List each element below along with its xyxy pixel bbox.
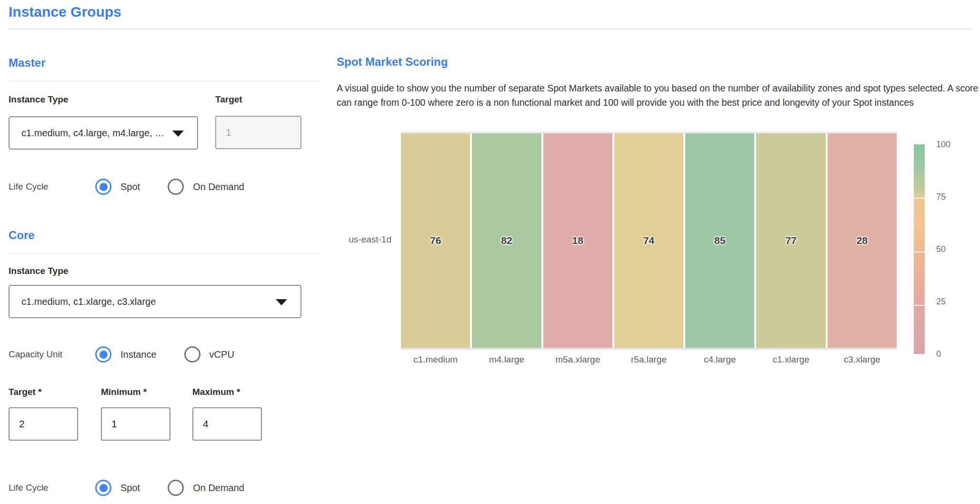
heatmap-cell-value: 28 — [857, 235, 868, 246]
master-instance-type-label: Instance Type — [9, 94, 68, 105]
heatmap-column-label: m4.large — [472, 354, 541, 365]
core-minimum-value: 1 — [111, 418, 117, 430]
core-life-cycle-option-on-demand[interactable]: On Demand — [168, 480, 244, 496]
core-target-value: 2 — [19, 418, 25, 430]
colorbar-tick-label: 100 — [936, 140, 950, 150]
radio-icon[interactable] — [184, 346, 200, 363]
master-target-input: 1 — [215, 116, 301, 149]
colorbar-tick-label: 0 — [936, 349, 941, 359]
core-life-cycle-option-spot[interactable]: Spot — [95, 480, 140, 496]
chevron-down-icon — [276, 299, 287, 305]
instance-groups-page: Instance Groups Master Instance Type c1.… — [0, 0, 980, 504]
radio-option-label: On Demand — [193, 181, 244, 192]
master-instance-type-select[interactable]: c1.medium, c4.large, m4.large, … — [9, 116, 198, 150]
master-divider — [9, 81, 320, 81]
heatmap-column-labels: c1.mediumm4.largem5a.xlarger5a.largec4.l… — [401, 354, 897, 365]
core-divider — [9, 253, 320, 254]
heatmap-cell-value: 18 — [572, 235, 583, 246]
heatmap-cell: 85 — [685, 133, 754, 348]
core-section-title: Core — [9, 229, 35, 242]
spot-market-scoring-title: Spot Market Scoring — [337, 55, 448, 69]
master-life-cycle-option-spot[interactable]: Spot — [95, 179, 140, 195]
heatmap-column-label: r5a.large — [614, 354, 683, 365]
radio-icon[interactable] — [95, 346, 111, 363]
core-maximum-label: Maximum * — [192, 387, 240, 397]
header-divider — [9, 29, 971, 30]
master-instance-type-value: c1.medium, c4.large, m4.large, … — [21, 128, 164, 139]
heatmap-column-label: m5a.xlarge — [543, 354, 612, 365]
page-title: Instance Groups — [9, 4, 121, 20]
core-life-cycle-row: Life Cycle Spot On Demand — [9, 479, 272, 496]
heatmap-row-label: us-east-1d — [296, 234, 391, 245]
core-instance-type-select[interactable]: c1.medium, c1.xlarge, c3.xlarge — [9, 285, 301, 318]
heatmap-cell: 74 — [614, 133, 683, 348]
core-target-label: Target * — [9, 387, 41, 397]
heatmap-colorbar — [914, 144, 925, 354]
radio-option-label: On Demand — [193, 483, 244, 494]
master-section-title: Master — [9, 56, 45, 70]
heatmap-cell-value: 85 — [714, 235, 725, 246]
heatmap-cell: 82 — [472, 133, 541, 348]
chevron-down-icon — [172, 131, 184, 137]
heatmap-cell: 77 — [756, 133, 825, 348]
master-target-placeholder: 1 — [226, 127, 231, 138]
radio-option-label: vCPU — [210, 349, 234, 360]
heatmap-cell: 18 — [543, 133, 612, 348]
radio-option-label: Spot — [120, 181, 140, 192]
heatmap-cell-value: 77 — [785, 235, 796, 246]
colorbar-tick-label: 25 — [936, 297, 946, 307]
radio-icon[interactable] — [95, 480, 111, 496]
radio-option-label: Spot — [120, 483, 140, 494]
heatmap-grid: 76821874857728 — [401, 131, 897, 350]
master-life-cycle-option-on-demand[interactable]: On Demand — [168, 179, 244, 195]
radio-option-label: Instance — [120, 349, 157, 360]
colorbar-tick-line — [914, 198, 925, 199]
core-capacity-option-vcpu[interactable]: vCPU — [184, 346, 234, 363]
core-capacity-unit-row: Capacity Unit Instance vCPU — [9, 346, 262, 363]
heatmap-cell-value: 74 — [643, 235, 654, 246]
spot-market-scoring-description: A visual guide to show you the number of… — [337, 81, 980, 110]
colorbar-tick-label: 50 — [936, 244, 946, 254]
core-capacity-unit-label: Capacity Unit — [9, 349, 95, 360]
core-maximum-value: 4 — [203, 418, 209, 430]
master-life-cycle-row: Life Cycle Spot On Demand — [9, 178, 272, 195]
master-target-label: Target — [215, 94, 242, 105]
heatmap-column-label: c1.medium — [401, 354, 470, 365]
heatmap-column-label: c1.xlarge — [756, 354, 825, 365]
core-instance-type-value: c1.medium, c1.xlarge, c3.xlarge — [21, 296, 156, 307]
heatmap-cell: 28 — [828, 133, 897, 348]
core-life-cycle-label: Life Cycle — [9, 483, 95, 493]
radio-icon[interactable] — [168, 179, 184, 195]
core-maximum-input[interactable]: 4 — [192, 407, 262, 441]
colorbar-tick-line — [914, 305, 925, 306]
core-minimum-label: Minimum * — [101, 387, 147, 397]
radio-icon[interactable] — [95, 179, 111, 195]
colorbar-tick-label: 75 — [936, 192, 946, 202]
colorbar-tick-line — [914, 252, 925, 252]
heatmap-cell-value: 82 — [501, 235, 512, 246]
heatmap-column-label: c3.xlarge — [828, 354, 897, 365]
core-instance-type-label: Instance Type — [9, 266, 68, 276]
heatmap-cell-value: 76 — [430, 235, 441, 246]
master-life-cycle-label: Life Cycle — [9, 181, 95, 192]
core-target-input[interactable]: 2 — [9, 407, 78, 441]
heatmap-column-label: c4.large — [685, 354, 754, 365]
core-capacity-option-instance[interactable]: Instance — [95, 346, 157, 363]
core-minimum-input[interactable]: 1 — [101, 407, 170, 441]
radio-icon[interactable] — [168, 480, 184, 496]
heatmap-cell: 76 — [401, 133, 470, 348]
